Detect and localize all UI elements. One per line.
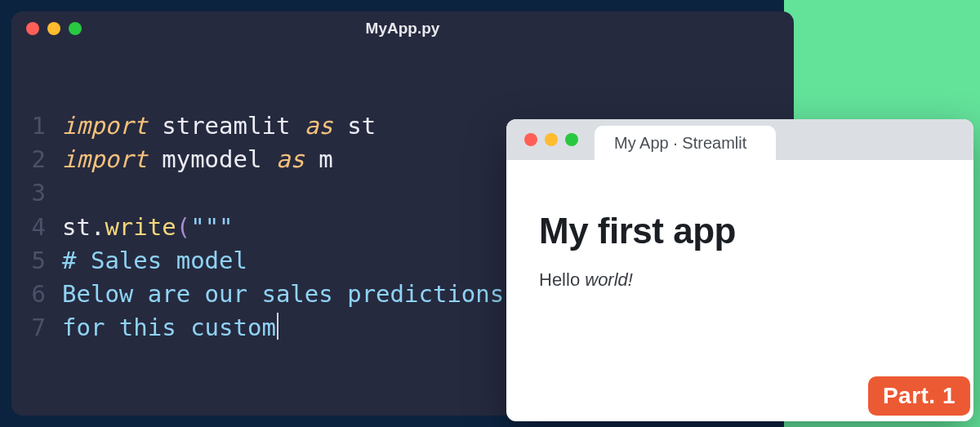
app-text: Hello world! [539, 269, 941, 291]
minimize-icon[interactable] [47, 22, 60, 35]
editor-filename: MyApp.py [366, 20, 440, 38]
line-number: 7 [11, 311, 62, 345]
code-content: st.write(""" [62, 211, 234, 244]
browser-traffic-lights [524, 133, 578, 146]
maximize-icon[interactable] [69, 22, 82, 35]
browser-tabbar: My App · Streamlit [506, 119, 973, 160]
app-text-italic: world! [585, 269, 633, 290]
code-content: import streamlit as st [62, 109, 376, 143]
line-number: 4 [11, 211, 62, 244]
maximize-icon[interactable] [565, 133, 578, 146]
line-number: 3 [11, 176, 62, 210]
code-content: # Sales model [62, 244, 247, 278]
app-heading: My first app [539, 211, 941, 251]
browser-tab[interactable]: My App · Streamlit [595, 126, 776, 160]
close-icon[interactable] [524, 133, 537, 146]
line-number: 5 [11, 244, 62, 278]
app-text-plain: Hello [539, 269, 585, 290]
traffic-lights [26, 22, 82, 35]
line-number: 6 [11, 278, 62, 311]
browser-content: My first app Hello world! [506, 160, 973, 291]
browser-tab-title: My App · Streamlit [614, 134, 746, 153]
editor-titlebar: MyApp.py [11, 11, 794, 46]
code-content: import mymodel as m [62, 143, 333, 176]
line-number: 1 [11, 109, 62, 143]
line-number: 2 [11, 143, 62, 176]
code-content: Below are our sales predictions [62, 278, 504, 311]
minimize-icon[interactable] [545, 133, 558, 146]
part-badge: Part. 1 [868, 376, 970, 416]
text-cursor-icon [277, 313, 278, 340]
close-icon[interactable] [26, 22, 39, 35]
code-content: for this custom [62, 311, 278, 345]
